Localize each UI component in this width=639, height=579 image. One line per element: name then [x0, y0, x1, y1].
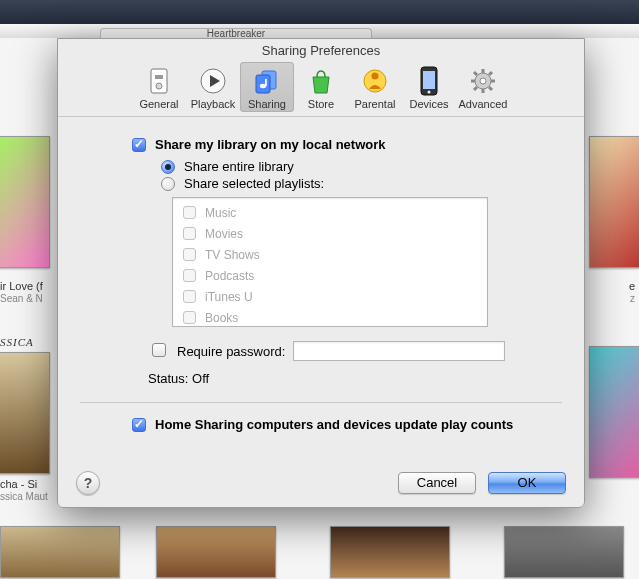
playlist-checkbox [183, 311, 196, 324]
svg-point-15 [480, 78, 486, 84]
home-sharing-row[interactable]: Home Sharing computers and devices updat… [128, 417, 562, 435]
gear-icon [468, 66, 498, 96]
section-divider [80, 402, 562, 403]
svg-point-2 [156, 83, 162, 89]
share-entire-label: Share entire library [184, 159, 294, 174]
tab-store[interactable]: Store [294, 62, 348, 112]
album-thumb [330, 526, 450, 578]
svg-rect-8 [265, 79, 267, 86]
tab-label: General [134, 98, 184, 110]
album-brand-text: SSICA [0, 336, 34, 348]
share-entire-radio[interactable] [161, 160, 175, 174]
tab-advanced[interactable]: Advanced [456, 62, 510, 112]
require-password-checkbox[interactable] [152, 343, 166, 357]
sheet-body: Share my library on my local network Sha… [58, 117, 584, 447]
ok-button[interactable]: OK [488, 472, 566, 494]
playlist-label: Podcasts [205, 269, 254, 283]
status-value: Off [192, 371, 209, 386]
album-label: ir Love (fSean & N [0, 280, 43, 304]
svg-line-23 [489, 72, 492, 75]
devices-icon [414, 66, 444, 96]
share-selected-label: Share selected playlists: [184, 176, 324, 191]
tab-label: Playback [188, 98, 238, 110]
parental-icon [360, 66, 390, 96]
general-icon [144, 66, 174, 96]
tab-label: Store [296, 98, 346, 110]
tab-label: Advanced [458, 98, 508, 110]
playlist-checkbox [183, 248, 196, 261]
playlist-checkbox [183, 227, 196, 240]
album-thumb [0, 526, 120, 578]
help-icon: ? [84, 475, 93, 491]
tab-label: Devices [404, 98, 454, 110]
status-row: Status: Off [148, 371, 562, 386]
password-input[interactable] [293, 341, 505, 361]
share-library-checkbox[interactable] [132, 138, 146, 152]
playlist-label: Books [205, 311, 238, 325]
share-library-label: Share my library on my local network [155, 137, 385, 152]
playlist-checkbox [183, 206, 196, 219]
playlist-label: iTunes U [205, 290, 253, 304]
list-item: Podcasts [179, 265, 481, 286]
svg-line-21 [489, 87, 492, 90]
svg-line-22 [474, 87, 477, 90]
store-icon [306, 66, 336, 96]
sheet-footer: ? Cancel OK [58, 471, 584, 495]
album-thumb [156, 526, 276, 578]
album-thumb [0, 136, 50, 268]
album-thumb [589, 346, 639, 478]
album-label: ez [629, 280, 635, 304]
album-label: cha - Sissica Maut [0, 478, 48, 502]
tab-sharing[interactable]: Sharing [240, 62, 294, 112]
playlist-checkbox [183, 269, 196, 282]
help-button[interactable]: ? [76, 471, 100, 495]
playlist-listbox[interactable]: Music Movies TV Shows Podcasts iTunes U … [172, 197, 488, 327]
album-thumb [589, 136, 639, 268]
tab-label: Sharing [242, 98, 292, 110]
tab-devices[interactable]: Devices [402, 62, 456, 112]
status-prefix: Status: [148, 371, 188, 386]
list-item: Movies [179, 223, 481, 244]
playlist-checkbox [183, 290, 196, 303]
tab-playback[interactable]: Playback [186, 62, 240, 112]
sheet-title: Sharing Preferences [58, 39, 584, 60]
album-thumb [0, 352, 50, 474]
share-entire-row[interactable]: Share entire library [156, 159, 562, 174]
svg-line-20 [474, 72, 477, 75]
sharing-icon [252, 66, 282, 96]
album-thumb [504, 526, 624, 578]
playback-icon [198, 66, 228, 96]
tab-parental[interactable]: Parental [348, 62, 402, 112]
list-item: iTunes U [179, 286, 481, 307]
svg-rect-12 [423, 71, 435, 89]
svg-point-10 [372, 73, 379, 80]
svg-rect-1 [155, 75, 163, 79]
preferences-toolbar: General Playback Sharing Store Parental [58, 60, 584, 116]
home-sharing-checkbox[interactable] [132, 418, 146, 432]
menubar-area [0, 0, 639, 24]
require-password-label: Require password: [177, 344, 285, 359]
share-selected-radio[interactable] [161, 177, 175, 191]
preferences-sheet: Sharing Preferences General Playback Sha… [57, 38, 585, 508]
list-item: Music [179, 202, 481, 223]
playlist-label: Music [205, 206, 236, 220]
home-sharing-label: Home Sharing computers and devices updat… [155, 417, 513, 432]
playlist-label: Movies [205, 227, 243, 241]
list-item: Books [179, 307, 481, 327]
list-item: TV Shows [179, 244, 481, 265]
tab-general[interactable]: General [132, 62, 186, 112]
svg-point-13 [428, 91, 431, 94]
cancel-button[interactable]: Cancel [398, 472, 476, 494]
share-selected-row[interactable]: Share selected playlists: [156, 176, 562, 191]
playlist-label: TV Shows [205, 248, 260, 262]
share-library-row[interactable]: Share my library on my local network [128, 137, 562, 155]
require-password-row: Require password: [148, 341, 562, 361]
tab-label: Parental [350, 98, 400, 110]
